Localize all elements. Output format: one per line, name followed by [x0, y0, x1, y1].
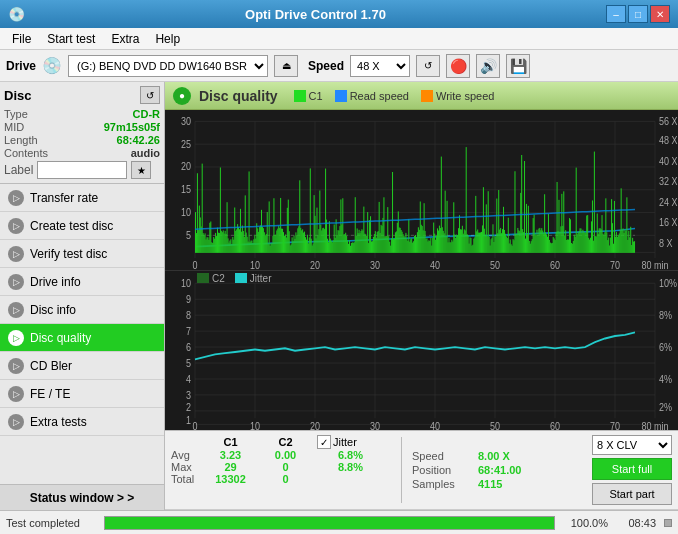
disc-quality-icon: ▷ [8, 330, 24, 346]
eject-button[interactable]: ⏏ [274, 55, 298, 77]
svg-text:5: 5 [186, 356, 191, 368]
charts-container: 30 25 20 15 10 5 56 X 48 X 40 X 32 X 24 … [165, 110, 678, 430]
status-bar: Test completed 100.0% 08:43 [0, 510, 678, 534]
create-test-disc-label: Create test disc [30, 219, 113, 233]
drive-info-icon: ▷ [8, 274, 24, 290]
avg-c2: 0.00 [258, 449, 313, 461]
sound-icon-button[interactable]: 🔊 [476, 54, 500, 78]
transfer-rate-icon: ▷ [8, 190, 24, 206]
chart-legend: C1 Read speed Write speed [294, 90, 495, 102]
samples-stat-value: 4115 [478, 478, 502, 490]
svg-text:4%: 4% [659, 372, 672, 384]
maximize-button[interactable]: □ [628, 5, 648, 23]
svg-text:30: 30 [370, 420, 380, 430]
drive-icon: 💿 [42, 56, 62, 75]
svg-text:40: 40 [430, 420, 440, 430]
clv-speed-select[interactable]: 8 X CLV [592, 435, 672, 455]
transfer-rate-label: Transfer rate [30, 191, 98, 205]
samples-stat-label: Samples [412, 478, 472, 490]
svg-text:10: 10 [250, 420, 260, 430]
extra-tests-icon: ▷ [8, 414, 24, 430]
svg-text:9: 9 [186, 293, 191, 305]
sidebar-item-verify-test-disc[interactable]: ▷ Verify test disc [0, 240, 164, 268]
sidebar-item-disc-info[interactable]: ▷ Disc info [0, 296, 164, 324]
menu-file[interactable]: File [4, 30, 39, 48]
drive-select[interactable]: (G:) BENQ DVD DD DW1640 BSRB [68, 55, 268, 77]
progress-bar [104, 516, 555, 530]
svg-text:60: 60 [550, 420, 560, 430]
fe-te-label: FE / TE [30, 387, 70, 401]
menu-start-test[interactable]: Start test [39, 30, 103, 48]
disc-length-label: Length [4, 134, 38, 146]
disc-contents-row: Contents audio [4, 147, 160, 159]
sidebar-item-cd-bler[interactable]: ▷ CD Bler [0, 352, 164, 380]
svg-text:20: 20 [310, 420, 320, 430]
svg-text:2%: 2% [659, 401, 672, 413]
disc-refresh-button[interactable]: ↺ [140, 86, 160, 104]
legend-jitter-label: Jitter [250, 273, 272, 284]
sidebar-item-drive-info[interactable]: ▷ Drive info [0, 268, 164, 296]
legend-read: Read speed [335, 90, 409, 102]
disc-quality-title: Disc quality [199, 88, 278, 104]
stats-c2-header: C2 [258, 436, 313, 448]
c1-chart: 30 25 20 15 10 5 56 X 48 X 40 X 32 X 24 … [165, 110, 678, 271]
start-part-button[interactable]: Start part [592, 483, 672, 505]
total-label: Total [171, 473, 203, 485]
svg-text:10%: 10% [659, 277, 677, 289]
position-stat-value: 68:41.00 [478, 464, 521, 476]
red-icon-button[interactable]: 🔴 [446, 54, 470, 78]
content-panel: ● Disc quality C1 Read speed Write speed [165, 82, 678, 510]
disc-label-input[interactable] [37, 161, 127, 179]
avg-jitter: 6.8% [313, 449, 363, 461]
sidebar-nav: ▷ Transfer rate ▷ Create test disc ▷ Ver… [0, 184, 164, 484]
main-layout: Disc ↺ Type CD-R MID 97m15s05f Length 68… [0, 82, 678, 510]
legend-write: Write speed [421, 90, 495, 102]
sidebar: Disc ↺ Type CD-R MID 97m15s05f Length 68… [0, 82, 165, 510]
disc-label-label: Label [4, 163, 33, 177]
save-button[interactable]: 💾 [506, 54, 530, 78]
disc-length-row: Length 68:42.26 [4, 134, 160, 146]
svg-text:70: 70 [610, 420, 620, 430]
drive-info-label: Drive info [30, 275, 81, 289]
status-window-button[interactable]: Status window > > [0, 484, 164, 510]
app-title: Opti Drive Control 1.70 [25, 7, 606, 22]
disc-quality-label: Disc quality [30, 331, 91, 345]
stats-columns: C1 C2 ✓ Jitter Avg 3.23 0.00 6.8% [171, 435, 391, 505]
avg-label: Avg [171, 449, 203, 461]
sidebar-item-create-test-disc[interactable]: ▷ Create test disc [0, 212, 164, 240]
svg-text:6%: 6% [659, 340, 672, 352]
stats-c1-header: C1 [203, 436, 258, 448]
menu-extra[interactable]: Extra [103, 30, 147, 48]
disc-mid-row: MID 97m15s05f [4, 121, 160, 133]
disc-title: Disc [4, 88, 31, 103]
close-button[interactable]: ✕ [650, 5, 670, 23]
total-c1: 13302 [203, 473, 258, 485]
svg-text:1: 1 [186, 414, 191, 426]
menu-help[interactable]: Help [147, 30, 188, 48]
sidebar-item-extra-tests[interactable]: ▷ Extra tests [0, 408, 164, 436]
svg-text:2: 2 [186, 401, 191, 413]
legend-read-box [335, 90, 347, 102]
legend-c1: C1 [294, 90, 323, 102]
speed-stat-value: 8.00 X [478, 450, 510, 462]
title-bar: 💿 Opti Drive Control 1.70 – □ ✕ [0, 0, 678, 28]
disc-label-star-button[interactable]: ★ [131, 161, 151, 179]
sidebar-item-disc-quality[interactable]: ▷ Disc quality [0, 324, 164, 352]
legend-read-label: Read speed [350, 90, 409, 102]
sidebar-item-fe-te[interactable]: ▷ FE / TE [0, 380, 164, 408]
speed-select[interactable]: 48 X [350, 55, 410, 77]
jitter-checkbox[interactable]: ✓ [317, 435, 331, 449]
svg-text:8: 8 [186, 308, 191, 320]
start-full-button[interactable]: Start full [592, 458, 672, 480]
refresh-button[interactable]: ↺ [416, 55, 440, 77]
status-window-label: Status window > > [30, 491, 135, 505]
sidebar-item-transfer-rate[interactable]: ▷ Transfer rate [0, 184, 164, 212]
divider [401, 437, 402, 503]
legend-c1-box [294, 90, 306, 102]
progress-percent: 100.0% [563, 517, 608, 529]
c1-chart-canvas [165, 110, 678, 270]
disc-mid-value: 97m15s05f [104, 121, 160, 133]
cd-bler-icon: ▷ [8, 358, 24, 374]
minimize-button[interactable]: – [606, 5, 626, 23]
c2-chart: C2 Jitter [165, 271, 678, 431]
